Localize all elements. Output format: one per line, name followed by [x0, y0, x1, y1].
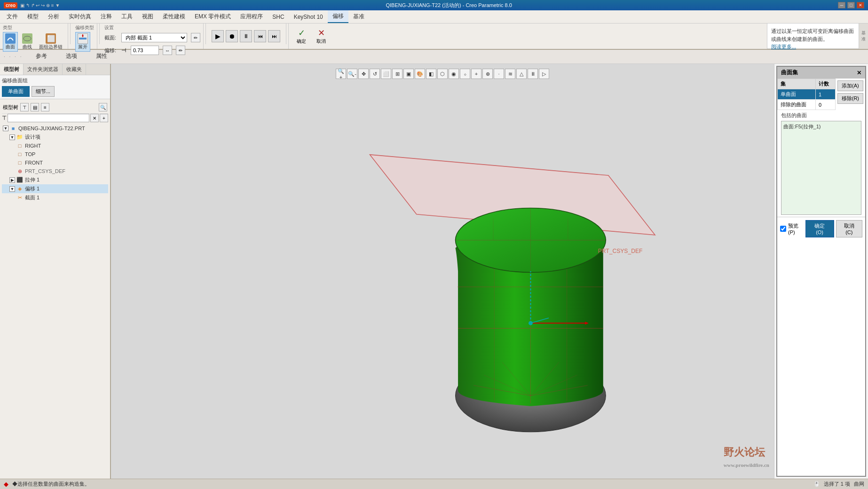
surface-set-close-button[interactable]: ✕ [857, 70, 861, 76]
offset-flip-button[interactable]: ↔ [163, 46, 172, 55]
prev-button[interactable]: ⏮ [254, 30, 266, 42]
detail-button[interactable]: 细节... [32, 86, 55, 97]
menu-keyshot[interactable]: KeyShot 10 [289, 12, 328, 22]
preview-checkbox[interactable] [780, 226, 786, 232]
table-row-single[interactable]: 单曲面 1 [778, 89, 836, 100]
tree-item-design[interactable]: ▼ 📁 设计项 [2, 133, 108, 142]
menu-view[interactable]: 视图 [137, 11, 158, 23]
surface-set-ok-button[interactable]: 确定(O) [805, 220, 834, 237]
ok-button[interactable]: ✓ 确定 [292, 25, 310, 47]
datum-points-button[interactable]: · [494, 69, 504, 79]
menu-analysis[interactable]: 分析 [43, 11, 64, 23]
more-view-button[interactable]: ▷ [539, 69, 549, 79]
tab-options[interactable]: 选项 [60, 50, 83, 63]
tree-item-right[interactable]: □ RIGHT [2, 142, 108, 150]
repaint-button[interactable]: ⬜ [381, 69, 391, 79]
view-named-button[interactable]: ▣ [403, 69, 414, 79]
tree-filter-button[interactable]: ⊤ [20, 103, 29, 111]
tab-properties[interactable]: 属性 [90, 50, 113, 63]
tree-item-section[interactable]: ✂ 截面 1 [2, 193, 108, 202]
offset-normal-button[interactable]: 展开 [75, 32, 90, 52]
tree-item-root[interactable]: ▼ ■ QIBENG-JUXIANG-T22.PRT [2, 124, 108, 133]
offset-edit-button[interactable]: ✏ [176, 46, 185, 55]
shading-button[interactable]: ◉ [449, 69, 459, 79]
single-surface-button[interactable]: 单曲面 [2, 86, 30, 97]
help-link[interactable]: 阅读更多... [771, 44, 796, 49]
record-button[interactable]: ⏺ [226, 30, 238, 42]
menu-annotation[interactable]: 注释 [96, 11, 117, 23]
tab-reference[interactable]: 参考 [30, 50, 53, 63]
menu-shc[interactable]: SHC [268, 12, 289, 22]
offset-value-input[interactable] [131, 46, 159, 55]
cross-section-button[interactable]: △ [516, 69, 527, 79]
status-message: ◆选择任意数量的曲面来构造集。 [12, 481, 90, 488]
tree-view-button[interactable]: ▤ [31, 103, 39, 111]
menu-apps[interactable]: 应用程序 [236, 11, 268, 23]
play-button[interactable]: ▶ [212, 30, 224, 42]
tree-label-design: 设计项 [25, 134, 107, 141]
menu-flex[interactable]: 柔性建模 [158, 11, 190, 23]
tree-columns-button[interactable]: ≡ [41, 103, 49, 111]
menu-tools[interactable]: 工具 [117, 11, 137, 23]
cancel-button[interactable]: ✕ 取消 [312, 25, 330, 47]
tree-item-front[interactable]: □ FRONT [2, 158, 108, 167]
tree-search-input[interactable] [8, 114, 89, 122]
edge-type-button[interactable]: ⬜ 面组边界链 [37, 32, 65, 52]
pan-button[interactable]: ✥ [358, 69, 369, 79]
rotate-button[interactable]: ↺ [370, 69, 380, 79]
surface-set-cancel-button[interactable]: 取消(C) [836, 220, 862, 237]
tree-toolbar: 模型树 ⊤ ▤ ≡ 🔍 [2, 101, 108, 114]
table-row-exclude[interactable]: 排除的曲面 0 [778, 100, 836, 110]
view-orient-button[interactable]: ⊞ [392, 69, 402, 79]
col-set: 集 [778, 79, 816, 89]
add-search-button[interactable]: + [100, 114, 108, 122]
menu-simulation[interactable]: 实时仿真 [64, 11, 96, 23]
pause-button[interactable]: ⏸ [528, 69, 538, 79]
clear-search-button[interactable]: ✕ [90, 114, 99, 122]
plane-icon-right: □ [16, 142, 24, 149]
datum-planes-button[interactable]: ⬦ [460, 69, 470, 79]
tab-folder-browser[interactable]: 文件夹浏览器 [24, 64, 63, 75]
datum-csys-button[interactable]: ⊕ [482, 69, 493, 79]
cancel-x-icon: ✕ [318, 28, 325, 38]
datum-axes-button[interactable]: + [471, 69, 481, 79]
curve-type-button[interactable]: 曲面 [3, 32, 18, 52]
surface-type-button[interactable]: 曲线 [20, 32, 35, 52]
tree-item-extrude[interactable]: ▶ ⬛ 拉伸 1 [2, 175, 108, 184]
add-button[interactable]: 添加(A) [837, 80, 863, 91]
close-button[interactable]: ✕ [857, 2, 864, 8]
display-style-button[interactable]: ◧ [426, 69, 436, 79]
expand-label: 展开 [78, 44, 87, 50]
annotations-button[interactable]: ≋ [505, 69, 515, 79]
minimize-button[interactable]: ─ [838, 2, 845, 8]
expand-design[interactable]: ▼ [9, 134, 15, 140]
section-edit-button[interactable]: ✏ [191, 33, 200, 42]
main-area: 模型树 文件夹浏览器 收藏夹 偏移曲面组 单曲面 细节... 模型树 ⊤ ▤ ≡… [0, 64, 868, 479]
titlebar-controls[interactable]: ─ □ ✕ [838, 2, 864, 8]
wireframe-button[interactable]: ⬡ [437, 69, 448, 79]
menu-datum[interactable]: 基准 [348, 11, 369, 23]
title-icons: ▣ ↰ ↱ ↩ ↪ ⊕ ≡ ▼ [20, 3, 60, 8]
tab-model-tree[interactable]: 模型树 [0, 64, 24, 75]
zoom-out-button[interactable]: 🔍- [347, 69, 357, 79]
next-button[interactable]: ⏭ [268, 30, 280, 42]
expand-root[interactable]: ▼ [3, 126, 8, 131]
menu-file[interactable]: 文件 [2, 11, 23, 23]
remove-button[interactable]: 移除(R) [837, 93, 863, 104]
tree-item-top[interactable]: □ TOP [2, 150, 108, 158]
tree-search-button[interactable]: 🔍 [99, 103, 107, 111]
stop-button[interactable]: ⏸ [240, 30, 252, 42]
menu-model[interactable]: 模型 [23, 11, 43, 23]
section-select[interactable]: 内部 截面 1 [121, 33, 187, 42]
expand-offset[interactable]: ▼ [9, 186, 15, 192]
tree-item-csys[interactable]: ⊕ PRT_CSYS_DEF [2, 167, 108, 175]
tree-item-offset[interactable]: ▼ ◈ 偏移 1 [2, 184, 108, 193]
menu-emx[interactable]: EMX 零件模式 [190, 11, 236, 23]
zoom-in-button[interactable]: 🔍+ [336, 69, 346, 79]
expand-extrude[interactable]: ▶ [9, 177, 15, 183]
menu-offset[interactable]: 偏移 [328, 10, 348, 23]
maximize-button[interactable]: □ [847, 2, 855, 8]
viewport[interactable]: 🔍+ 🔍- ✥ ↺ ⬜ ⊞ ▣ 🎨 ◧ ⬡ ◉ ⬦ + ⊕ · ≋ △ ⏸ ▷ [111, 64, 774, 479]
tab-favorites[interactable]: 收藏夹 [63, 64, 86, 75]
appearance-button[interactable]: 🎨 [415, 69, 425, 79]
